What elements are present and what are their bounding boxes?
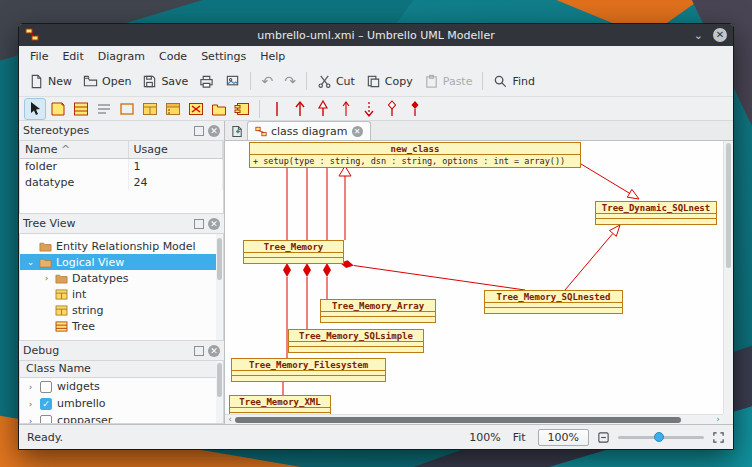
tree-item-entity-relationship-model[interactable]: Entity Relationship Model	[20, 238, 223, 254]
expander-icon[interactable]: ›	[42, 273, 51, 283]
expander-icon[interactable]: ›	[26, 399, 35, 409]
class-widget-tree-dynamic-sqlnest[interactable]: Tree_Dynamic_SQLnest	[595, 201, 717, 225]
table-row[interactable]: datatype 24	[20, 174, 223, 190]
tree-item-datatypes[interactable]: › Datatypes	[20, 270, 223, 286]
package-tool[interactable]	[209, 99, 229, 119]
box-tool[interactable]	[117, 99, 137, 119]
open-button[interactable]: Open	[78, 71, 136, 92]
redo-button[interactable]: ↷	[279, 71, 301, 91]
tab-class-diagram[interactable]: class diagram ✕	[247, 121, 371, 140]
generalization-tool[interactable]	[313, 99, 333, 119]
debug-column-header[interactable]: Class Name	[20, 361, 223, 378]
new-tab-button[interactable]	[227, 122, 247, 140]
class-widget-new-class[interactable]: new_class + setup(type : string, dsn : s…	[249, 142, 581, 168]
class-tool[interactable]	[71, 99, 91, 119]
titlebar[interactable]: umbrello-uml.xmi – Umbrello UML Modeller…	[19, 24, 733, 46]
checkbox-checked[interactable]: ✓	[40, 398, 52, 410]
class-widget-tree-memory-filesystem[interactable]: Tree_Memory_Filesystem	[231, 358, 386, 382]
save-button[interactable]: Save	[137, 71, 193, 92]
scrollbar-thumb[interactable]	[217, 363, 222, 397]
menu-diagram[interactable]: Diagram	[91, 48, 152, 65]
close-icon[interactable]: ✕	[713, 28, 727, 42]
fullscreen-icon[interactable]	[712, 431, 725, 444]
checkbox-unchecked[interactable]	[40, 381, 52, 393]
slider-knob[interactable]	[654, 432, 664, 442]
paste-button[interactable]: Paste	[419, 71, 478, 92]
find-button[interactable]: Find	[488, 71, 540, 92]
float-dock-icon[interactable]	[194, 126, 204, 136]
zoom-slider[interactable]	[618, 430, 704, 444]
class-widget-tree-memory-xml[interactable]: Tree_Memory_XML	[229, 395, 331, 414]
zoom-select-button[interactable]: 100%	[538, 429, 589, 446]
canvas-vertical-scrollbar[interactable]	[723, 141, 733, 414]
entity-tool[interactable]	[186, 99, 206, 119]
menu-help[interactable]: Help	[253, 48, 292, 65]
component-tool[interactable]	[232, 99, 252, 119]
class-widget-tree-memory-sqlnested[interactable]: Tree_Memory_SQLnested	[484, 290, 623, 314]
tree-view-dock-header[interactable]: Tree View ✕	[19, 214, 224, 233]
tree-item-string[interactable]: string	[20, 302, 223, 318]
debug-item-umbrello[interactable]: › ✓ umbrello	[20, 395, 223, 412]
class-name: Tree_Dynamic_SQLnest	[596, 202, 716, 214]
scroll-left-icon[interactable]: ‹	[225, 415, 235, 425]
class-widget-tree-memory-array[interactable]: Tree_Memory_Array	[320, 299, 436, 323]
composition-tool[interactable]	[405, 99, 425, 119]
debug-dock-header[interactable]: Debug ✕	[19, 341, 224, 360]
expander-icon[interactable]: ⌄	[26, 257, 35, 267]
menu-edit[interactable]: Edit	[55, 48, 90, 65]
new-button[interactable]: New	[24, 71, 77, 92]
class-widget-tree-memory-sqlsimple[interactable]: Tree_Memory_SQLsimple	[288, 329, 424, 353]
export-button[interactable]	[220, 71, 245, 92]
scrollbar-thumb[interactable]	[217, 238, 222, 280]
debug-item-widgets[interactable]: › widgets	[20, 378, 223, 395]
composition-icon	[408, 100, 422, 118]
tree-item-tree[interactable]: Tree	[20, 318, 223, 334]
desktop: { "titlebar": { "title": "umbrello-uml.x…	[0, 0, 752, 467]
stereotypes-dock-header[interactable]: Stereotypes ✕	[19, 121, 224, 140]
dependency-tool[interactable]	[359, 99, 379, 119]
cut-button[interactable]: Cut	[312, 71, 360, 92]
debug-item-cppparser[interactable]: › cppparser	[20, 412, 223, 424]
tree-item-int[interactable]: int	[20, 286, 223, 302]
copy-button[interactable]: Copy	[361, 71, 418, 92]
debug-scrollbar[interactable]	[216, 361, 223, 423]
canvas-horizontal-scrollbar[interactable]: ‹ ›	[225, 414, 723, 424]
aggregation-tool[interactable]	[382, 99, 402, 119]
menu-code[interactable]: Code	[152, 48, 194, 65]
column-header-name[interactable]: Name ^	[20, 141, 128, 158]
undo-button[interactable]: ↶	[256, 71, 278, 91]
expander-icon[interactable]: ›	[26, 382, 35, 392]
association-tool[interactable]	[267, 99, 287, 119]
close-dock-icon[interactable]: ✕	[208, 125, 220, 137]
scrollbar-thumb[interactable]	[726, 143, 731, 268]
shade-icon[interactable]: ⌄	[694, 30, 703, 41]
float-dock-icon[interactable]	[194, 346, 204, 356]
datatype-tool[interactable]	[140, 99, 160, 119]
class-widget-tree-memory[interactable]: Tree_Memory	[243, 240, 344, 264]
note-tool[interactable]	[48, 99, 68, 119]
checkbox-unchecked[interactable]	[40, 415, 52, 425]
tree-scrollbar[interactable]	[216, 234, 223, 340]
menu-settings[interactable]: Settings	[194, 48, 253, 65]
enum-tool[interactable]	[163, 99, 183, 119]
close-dock-icon[interactable]: ✕	[208, 218, 220, 230]
pointer-tool[interactable]	[25, 99, 45, 119]
column-header-usage[interactable]: Usage	[128, 141, 223, 158]
text-tool[interactable]	[94, 99, 114, 119]
close-dock-icon[interactable]: ✕	[208, 345, 220, 357]
fit-button[interactable]: Fit	[509, 430, 530, 445]
menu-file[interactable]: File	[23, 48, 55, 65]
print-button[interactable]	[194, 71, 219, 92]
zoom-out-icon[interactable]	[597, 431, 610, 444]
export-image-icon	[225, 74, 240, 89]
directed-association-tool[interactable]	[290, 99, 310, 119]
uni-association-tool[interactable]	[336, 99, 356, 119]
float-dock-icon[interactable]	[194, 219, 204, 229]
expander-icon[interactable]: ›	[26, 416, 35, 425]
tab-close-icon[interactable]: ✕	[352, 126, 363, 137]
diagram-canvas[interactable]: new_class + setup(type : string, dsn : s…	[225, 141, 733, 424]
scrollbar-thumb[interactable]	[235, 417, 681, 423]
table-row[interactable]: folder 1	[20, 158, 223, 174]
tree-item-logical-view[interactable]: ⌄ Logical View	[20, 254, 223, 270]
scroll-right-icon[interactable]: ›	[713, 415, 723, 425]
